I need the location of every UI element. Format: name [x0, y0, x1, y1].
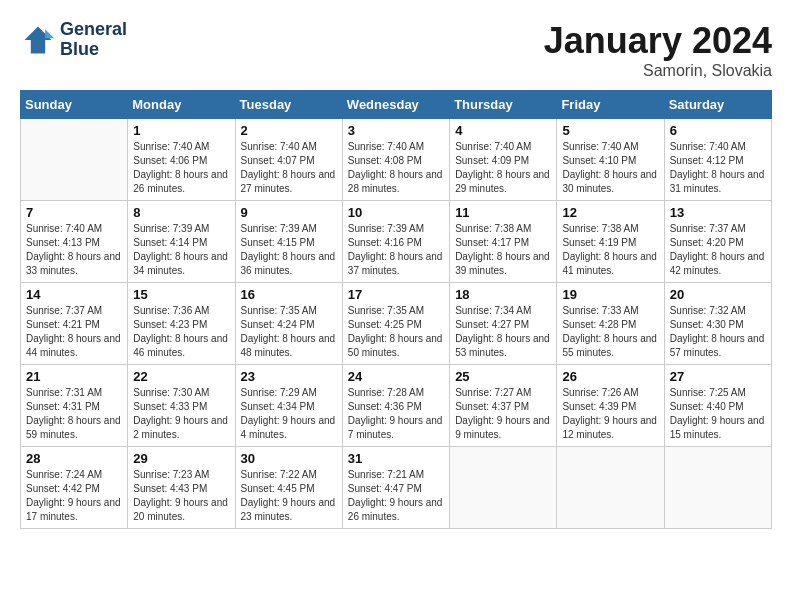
calendar-cell	[664, 447, 771, 529]
day-info: Sunrise: 7:30 AM Sunset: 4:33 PM Dayligh…	[133, 386, 229, 442]
day-info: Sunrise: 7:27 AM Sunset: 4:37 PM Dayligh…	[455, 386, 551, 442]
calendar-cell: 15Sunrise: 7:36 AM Sunset: 4:23 PM Dayli…	[128, 283, 235, 365]
day-info: Sunrise: 7:26 AM Sunset: 4:39 PM Dayligh…	[562, 386, 658, 442]
day-number: 23	[241, 369, 337, 384]
day-number: 30	[241, 451, 337, 466]
calendar-cell: 4Sunrise: 7:40 AM Sunset: 4:09 PM Daylig…	[450, 119, 557, 201]
day-number: 8	[133, 205, 229, 220]
weekday-header-friday: Friday	[557, 91, 664, 119]
location-subtitle: Samorin, Slovakia	[544, 62, 772, 80]
calendar-cell: 25Sunrise: 7:27 AM Sunset: 4:37 PM Dayli…	[450, 365, 557, 447]
day-number: 6	[670, 123, 766, 138]
day-number: 1	[133, 123, 229, 138]
calendar-week-row: 14Sunrise: 7:37 AM Sunset: 4:21 PM Dayli…	[21, 283, 772, 365]
logo-line2: Blue	[60, 40, 127, 60]
day-info: Sunrise: 7:24 AM Sunset: 4:42 PM Dayligh…	[26, 468, 122, 524]
calendar-week-row: 21Sunrise: 7:31 AM Sunset: 4:31 PM Dayli…	[21, 365, 772, 447]
day-info: Sunrise: 7:32 AM Sunset: 4:30 PM Dayligh…	[670, 304, 766, 360]
day-number: 16	[241, 287, 337, 302]
day-info: Sunrise: 7:31 AM Sunset: 4:31 PM Dayligh…	[26, 386, 122, 442]
calendar-cell: 19Sunrise: 7:33 AM Sunset: 4:28 PM Dayli…	[557, 283, 664, 365]
calendar-cell	[21, 119, 128, 201]
day-number: 13	[670, 205, 766, 220]
day-info: Sunrise: 7:39 AM Sunset: 4:15 PM Dayligh…	[241, 222, 337, 278]
page-header: General Blue January 2024 Samorin, Slova…	[20, 20, 772, 80]
calendar-cell: 30Sunrise: 7:22 AM Sunset: 4:45 PM Dayli…	[235, 447, 342, 529]
calendar-cell: 9Sunrise: 7:39 AM Sunset: 4:15 PM Daylig…	[235, 201, 342, 283]
day-number: 29	[133, 451, 229, 466]
month-year-title: January 2024	[544, 20, 772, 62]
calendar-cell	[450, 447, 557, 529]
calendar-cell: 20Sunrise: 7:32 AM Sunset: 4:30 PM Dayli…	[664, 283, 771, 365]
calendar-cell: 31Sunrise: 7:21 AM Sunset: 4:47 PM Dayli…	[342, 447, 449, 529]
day-info: Sunrise: 7:37 AM Sunset: 4:21 PM Dayligh…	[26, 304, 122, 360]
day-info: Sunrise: 7:33 AM Sunset: 4:28 PM Dayligh…	[562, 304, 658, 360]
day-info: Sunrise: 7:38 AM Sunset: 4:17 PM Dayligh…	[455, 222, 551, 278]
day-info: Sunrise: 7:25 AM Sunset: 4:40 PM Dayligh…	[670, 386, 766, 442]
day-number: 28	[26, 451, 122, 466]
calendar-cell: 1Sunrise: 7:40 AM Sunset: 4:06 PM Daylig…	[128, 119, 235, 201]
day-number: 25	[455, 369, 551, 384]
day-number: 2	[241, 123, 337, 138]
calendar-cell: 18Sunrise: 7:34 AM Sunset: 4:27 PM Dayli…	[450, 283, 557, 365]
calendar-cell: 12Sunrise: 7:38 AM Sunset: 4:19 PM Dayli…	[557, 201, 664, 283]
calendar-cell: 3Sunrise: 7:40 AM Sunset: 4:08 PM Daylig…	[342, 119, 449, 201]
day-info: Sunrise: 7:28 AM Sunset: 4:36 PM Dayligh…	[348, 386, 444, 442]
calendar-cell: 23Sunrise: 7:29 AM Sunset: 4:34 PM Dayli…	[235, 365, 342, 447]
calendar-cell: 2Sunrise: 7:40 AM Sunset: 4:07 PM Daylig…	[235, 119, 342, 201]
day-info: Sunrise: 7:40 AM Sunset: 4:10 PM Dayligh…	[562, 140, 658, 196]
day-info: Sunrise: 7:23 AM Sunset: 4:43 PM Dayligh…	[133, 468, 229, 524]
weekday-header-wednesday: Wednesday	[342, 91, 449, 119]
calendar-cell: 26Sunrise: 7:26 AM Sunset: 4:39 PM Dayli…	[557, 365, 664, 447]
weekday-header-sunday: Sunday	[21, 91, 128, 119]
day-info: Sunrise: 7:37 AM Sunset: 4:20 PM Dayligh…	[670, 222, 766, 278]
title-block: January 2024 Samorin, Slovakia	[544, 20, 772, 80]
calendar-cell: 24Sunrise: 7:28 AM Sunset: 4:36 PM Dayli…	[342, 365, 449, 447]
day-number: 18	[455, 287, 551, 302]
day-info: Sunrise: 7:21 AM Sunset: 4:47 PM Dayligh…	[348, 468, 444, 524]
day-info: Sunrise: 7:35 AM Sunset: 4:24 PM Dayligh…	[241, 304, 337, 360]
day-info: Sunrise: 7:40 AM Sunset: 4:08 PM Dayligh…	[348, 140, 444, 196]
day-number: 4	[455, 123, 551, 138]
weekday-header-monday: Monday	[128, 91, 235, 119]
day-number: 10	[348, 205, 444, 220]
day-info: Sunrise: 7:34 AM Sunset: 4:27 PM Dayligh…	[455, 304, 551, 360]
calendar-cell: 29Sunrise: 7:23 AM Sunset: 4:43 PM Dayli…	[128, 447, 235, 529]
calendar-cell: 27Sunrise: 7:25 AM Sunset: 4:40 PM Dayli…	[664, 365, 771, 447]
day-info: Sunrise: 7:35 AM Sunset: 4:25 PM Dayligh…	[348, 304, 444, 360]
day-info: Sunrise: 7:22 AM Sunset: 4:45 PM Dayligh…	[241, 468, 337, 524]
day-info: Sunrise: 7:40 AM Sunset: 4:13 PM Dayligh…	[26, 222, 122, 278]
day-number: 20	[670, 287, 766, 302]
day-info: Sunrise: 7:39 AM Sunset: 4:14 PM Dayligh…	[133, 222, 229, 278]
day-number: 24	[348, 369, 444, 384]
calendar-cell: 10Sunrise: 7:39 AM Sunset: 4:16 PM Dayli…	[342, 201, 449, 283]
weekday-header-row: SundayMondayTuesdayWednesdayThursdayFrid…	[21, 91, 772, 119]
day-info: Sunrise: 7:36 AM Sunset: 4:23 PM Dayligh…	[133, 304, 229, 360]
calendar-cell	[557, 447, 664, 529]
logo-line1: General	[60, 20, 127, 40]
day-number: 27	[670, 369, 766, 384]
day-number: 5	[562, 123, 658, 138]
calendar-cell: 28Sunrise: 7:24 AM Sunset: 4:42 PM Dayli…	[21, 447, 128, 529]
day-number: 11	[455, 205, 551, 220]
day-info: Sunrise: 7:40 AM Sunset: 4:09 PM Dayligh…	[455, 140, 551, 196]
day-info: Sunrise: 7:40 AM Sunset: 4:07 PM Dayligh…	[241, 140, 337, 196]
day-number: 12	[562, 205, 658, 220]
calendar-cell: 11Sunrise: 7:38 AM Sunset: 4:17 PM Dayli…	[450, 201, 557, 283]
day-number: 21	[26, 369, 122, 384]
calendar-cell: 17Sunrise: 7:35 AM Sunset: 4:25 PM Dayli…	[342, 283, 449, 365]
calendar-cell: 13Sunrise: 7:37 AM Sunset: 4:20 PM Dayli…	[664, 201, 771, 283]
calendar-cell: 16Sunrise: 7:35 AM Sunset: 4:24 PM Dayli…	[235, 283, 342, 365]
calendar-week-row: 7Sunrise: 7:40 AM Sunset: 4:13 PM Daylig…	[21, 201, 772, 283]
calendar-cell: 5Sunrise: 7:40 AM Sunset: 4:10 PM Daylig…	[557, 119, 664, 201]
calendar-table: SundayMondayTuesdayWednesdayThursdayFrid…	[20, 90, 772, 529]
logo-icon	[20, 22, 56, 58]
weekday-header-thursday: Thursday	[450, 91, 557, 119]
calendar-cell: 14Sunrise: 7:37 AM Sunset: 4:21 PM Dayli…	[21, 283, 128, 365]
weekday-header-tuesday: Tuesday	[235, 91, 342, 119]
calendar-cell: 21Sunrise: 7:31 AM Sunset: 4:31 PM Dayli…	[21, 365, 128, 447]
calendar-cell: 6Sunrise: 7:40 AM Sunset: 4:12 PM Daylig…	[664, 119, 771, 201]
day-number: 14	[26, 287, 122, 302]
day-number: 3	[348, 123, 444, 138]
day-info: Sunrise: 7:29 AM Sunset: 4:34 PM Dayligh…	[241, 386, 337, 442]
